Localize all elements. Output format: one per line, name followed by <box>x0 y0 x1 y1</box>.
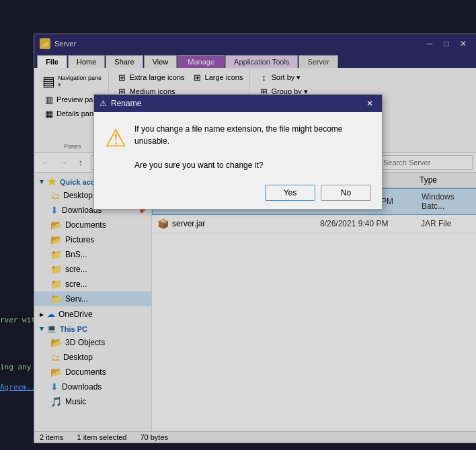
dialog-close-button[interactable]: ✕ <box>363 97 376 109</box>
warning-icon: ⚠ <box>105 124 126 152</box>
dialog-overlay: ⚠ Rename ✕ ⚠ If you change a file name e… <box>0 0 476 450</box>
dialog-body: ⚠ If you change a file name extension, t… <box>94 112 382 179</box>
dialog-title-icon: ⚠ <box>100 99 107 108</box>
dialog-message-line1: If you change a file name extension, the… <box>134 123 371 147</box>
rename-dialog: ⚠ Rename ✕ ⚠ If you change a file name e… <box>93 94 383 210</box>
dialog-message-line2: Are you sure you want to change it? <box>134 159 371 171</box>
dialog-title: Rename <box>111 99 141 108</box>
dialog-yes-button[interactable]: Yes <box>265 185 315 201</box>
dialog-text: If you change a file name extension, the… <box>134 123 371 171</box>
dialog-title-bar: ⚠ Rename ✕ <box>94 95 382 112</box>
dialog-buttons: Yes No <box>94 179 382 209</box>
dialog-no-button[interactable]: No <box>321 185 371 201</box>
